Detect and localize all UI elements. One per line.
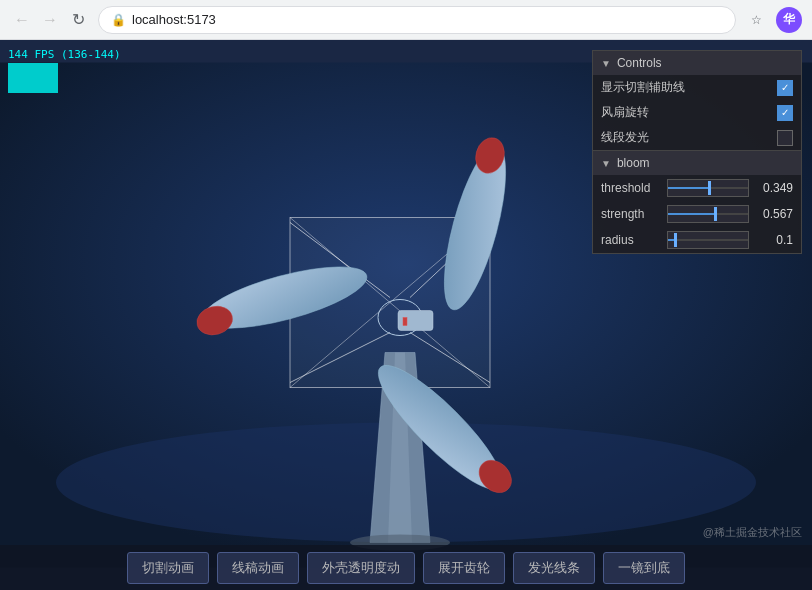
radius-label: radius: [601, 233, 661, 247]
shell-transparency-button[interactable]: 外壳透明度动: [307, 552, 415, 584]
radius-value: 0.1: [755, 233, 793, 247]
avatar[interactable]: 华: [776, 7, 802, 33]
back-button[interactable]: ←: [10, 8, 34, 32]
line-glow-label: 线段发光: [601, 129, 649, 146]
line-glow-row: 线段发光: [593, 125, 801, 150]
address-bar[interactable]: 🔒 localhost:5173: [98, 6, 736, 34]
threshold-label: threshold: [601, 181, 661, 195]
fps-text: 144 FPS (136-144): [8, 48, 121, 61]
lock-icon: 🔒: [111, 13, 126, 27]
line-animation-button[interactable]: 线稿动画: [217, 552, 299, 584]
main-content: 144 FPS (136-144) ▼ Controls 显示切割辅助线 风扇旋…: [0, 40, 812, 590]
strength-track: [668, 213, 748, 215]
show-cut-lines-row: 显示切割辅助线: [593, 75, 801, 100]
url-text: localhost:5173: [132, 12, 216, 27]
one-shot-button[interactable]: 一镜到底: [603, 552, 685, 584]
refresh-button[interactable]: ↻: [66, 8, 90, 32]
bottom-bar: 切割动画 线稿动画 外壳透明度动 展开齿轮 发光线条 一镜到底: [0, 545, 812, 590]
nav-buttons: ← → ↻: [10, 8, 90, 32]
watermark-text: @稀土掘金技术社区: [703, 526, 802, 538]
bookmark-icon[interactable]: ☆: [744, 8, 768, 32]
fps-counter: 144 FPS (136-144): [8, 48, 121, 93]
threshold-value: 0.349: [755, 181, 793, 195]
strength-label: strength: [601, 207, 661, 221]
radius-row: radius 0.1: [593, 227, 801, 253]
svg-rect-20: [403, 318, 407, 326]
cut-animation-button[interactable]: 切割动画: [127, 552, 209, 584]
forward-button[interactable]: →: [38, 8, 62, 32]
threshold-row: threshold 0.349: [593, 175, 801, 201]
threshold-slider[interactable]: [667, 179, 749, 197]
bloom-title: bloom: [617, 156, 650, 170]
radius-track: [668, 239, 748, 241]
controls-section-header[interactable]: ▼ Controls: [593, 51, 801, 75]
controls-panel: ▼ Controls 显示切割辅助线 风扇旋转 线段发光 ▼ bloom t: [592, 50, 802, 254]
threshold-fill: [668, 187, 710, 189]
strength-row: strength 0.567: [593, 201, 801, 227]
bloom-section-header[interactable]: ▼ bloom: [593, 151, 801, 175]
strength-slider[interactable]: [667, 205, 749, 223]
threshold-track: [668, 187, 748, 189]
show-cut-lines-checkbox[interactable]: [777, 80, 793, 96]
fps-graph: [8, 63, 58, 93]
watermark: @稀土掘金技术社区: [703, 525, 802, 540]
radius-slider[interactable]: [667, 231, 749, 249]
show-cut-lines-label: 显示切割辅助线: [601, 79, 685, 96]
threshold-thumb[interactable]: [708, 181, 711, 195]
browser-chrome: ← → ↻ 🔒 localhost:5173 ☆ 华: [0, 0, 812, 40]
line-glow-checkbox[interactable]: [777, 130, 793, 146]
fan-rotate-label: 风扇旋转: [601, 104, 649, 121]
fan-rotate-row: 风扇旋转: [593, 100, 801, 125]
strength-fill: [668, 213, 716, 215]
strength-value: 0.567: [755, 207, 793, 221]
controls-arrow-icon: ▼: [601, 58, 611, 69]
radius-thumb[interactable]: [674, 233, 677, 247]
fan-rotate-checkbox[interactable]: [777, 105, 793, 121]
strength-thumb[interactable]: [714, 207, 717, 221]
glow-lines-button[interactable]: 发光线条: [513, 552, 595, 584]
bloom-section: ▼ bloom threshold 0.349 strength: [593, 150, 801, 253]
bloom-arrow-icon: ▼: [601, 158, 611, 169]
expand-gear-button[interactable]: 展开齿轮: [423, 552, 505, 584]
controls-title: Controls: [617, 56, 662, 70]
